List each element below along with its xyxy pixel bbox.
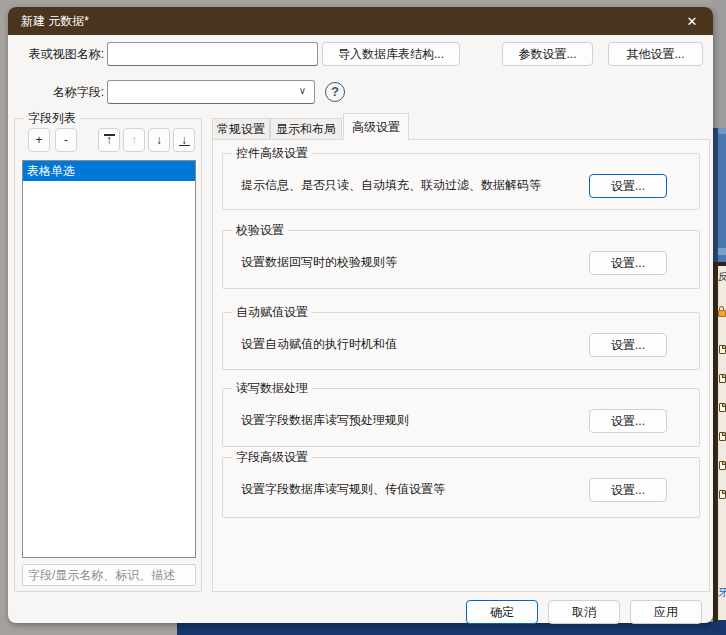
ok-button[interactable]: 确定	[466, 600, 538, 624]
table-name-input[interactable]	[107, 42, 318, 66]
document-icon	[719, 403, 726, 412]
group-title: 校验设置	[232, 222, 288, 238]
validation-settings-button[interactable]: 设置...	[589, 251, 667, 275]
group-title: 读写数据处理	[232, 380, 312, 396]
chevron-down-icon[interactable]: ∨	[299, 85, 306, 96]
group-description: 提示信息、是否只读、自动填充、联动过滤、数据解码等	[241, 174, 541, 196]
move-down-button[interactable]: ↓	[148, 128, 170, 152]
field-filter-input[interactable]	[22, 564, 196, 586]
document-icon	[719, 374, 726, 383]
field-advanced-settings-button[interactable]: 设置...	[589, 478, 667, 502]
group-description: 设置自动赋值的执行时机和值	[241, 333, 397, 355]
group-title: 字段高级设置	[232, 449, 312, 465]
background-window-strip: 反 牙	[718, 0, 726, 635]
name-field-combobox[interactable]: ∨	[107, 80, 315, 104]
move-up-button[interactable]: ↑	[123, 128, 145, 152]
tab-advanced-settings[interactable]: 高级设置	[343, 113, 409, 140]
read-write-group: 读写数据处理 设置字段数据库读写预处理规则 设置...	[222, 388, 700, 447]
document-icon	[719, 461, 726, 470]
control-advanced-group: 控件高级设置 提示信息、是否只读、自动填充、联动过滤、数据解码等 设置...	[222, 153, 700, 210]
parameter-settings-button[interactable]: 参数设置...	[502, 42, 593, 66]
field-list-title: 字段列表	[24, 110, 80, 126]
group-description: 设置字段数据库读写规则、传值设置等	[241, 478, 445, 500]
group-description: 设置字段数据库读写预处理规则	[241, 409, 409, 431]
tab-general-settings[interactable]: 常规设置	[212, 118, 270, 140]
field-listbox[interactable]: 表格单选	[22, 160, 196, 558]
name-field-label: 名称字段:	[14, 80, 104, 104]
auto-assign-settings-button[interactable]: 设置...	[589, 333, 667, 357]
remove-field-button[interactable]: -	[55, 128, 77, 152]
close-icon[interactable]: ✕	[675, 7, 709, 35]
document-icon	[719, 345, 726, 354]
other-settings-button[interactable]: 其他设置...	[608, 42, 703, 66]
dialog-title: 新建 元数据*	[8, 13, 89, 30]
cancel-button[interactable]: 取消	[548, 600, 620, 624]
read-write-settings-button[interactable]: 设置...	[589, 409, 667, 433]
background-text-fragment: 反	[718, 270, 726, 284]
field-advanced-group: 字段高级设置 设置字段数据库读写规则、传值设置等 设置...	[222, 457, 700, 518]
apply-button[interactable]: 应用	[630, 600, 702, 624]
move-bottom-button[interactable]: ↓	[173, 128, 195, 152]
auto-assign-group: 自动赋值设置 设置自动赋值的执行时机和值 设置...	[222, 312, 700, 370]
control-advanced-settings-button[interactable]: 设置...	[589, 174, 667, 198]
list-item[interactable]: 表格单选	[23, 161, 195, 181]
help-icon[interactable]: ?	[325, 82, 345, 102]
screen: { "window": { "title": "新建 元数据*", "close…	[0, 0, 726, 635]
validation-group: 校验设置 设置数据回写时的校验规则等 设置...	[222, 230, 700, 289]
group-title: 自动赋值设置	[232, 304, 312, 320]
document-icon	[719, 490, 726, 499]
group-title: 控件高级设置	[232, 145, 312, 161]
background-link-fragment: 牙	[718, 586, 726, 600]
tab-display-layout[interactable]: 显示和布局	[270, 118, 342, 140]
add-field-button[interactable]: +	[28, 128, 50, 152]
titlebar[interactable]: 新建 元数据* ✕	[8, 7, 713, 35]
new-metadata-dialog: 新建 元数据* ✕ 表或视图名称: 导入数据库表结构... 参数设置... 其他…	[8, 7, 713, 623]
import-table-structure-button[interactable]: 导入数据库表结构...	[322, 42, 460, 66]
document-icon	[719, 432, 726, 441]
group-description: 设置数据回写时的校验规则等	[241, 251, 397, 273]
table-name-label: 表或视图名称:	[14, 42, 104, 66]
move-top-button[interactable]: ↑	[98, 128, 120, 152]
lock-icon	[718, 306, 726, 318]
